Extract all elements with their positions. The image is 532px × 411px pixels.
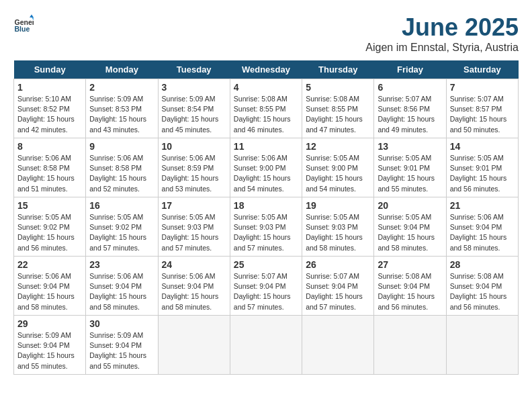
day-number: 19 bbox=[306, 200, 370, 211]
calendar-cell: 12 Sunrise: 5:05 AMSunset: 9:00 PMDaylig… bbox=[302, 138, 374, 197]
day-number: 18 bbox=[234, 200, 298, 211]
weekday-header-thursday: Thursday bbox=[302, 60, 374, 79]
weekday-header-friday: Friday bbox=[374, 60, 446, 79]
day-number: 12 bbox=[306, 141, 370, 152]
calendar-cell: 2 Sunrise: 5:09 AMSunset: 8:53 PMDayligh… bbox=[86, 79, 158, 138]
day-number: 4 bbox=[234, 82, 298, 93]
svg-text:Blue: Blue bbox=[15, 25, 30, 33]
month-title: June 2025 bbox=[365, 13, 519, 42]
location-title: Aigen im Ennstal, Styria, Austria bbox=[365, 42, 519, 54]
calendar-cell: 30 Sunrise: 5:09 AMSunset: 9:04 PMDaylig… bbox=[86, 316, 158, 375]
calendar-cell: 7 Sunrise: 5:07 AMSunset: 8:57 PMDayligh… bbox=[446, 79, 518, 138]
calendar-cell: 14 Sunrise: 5:05 AMSunset: 9:01 PMDaylig… bbox=[446, 138, 518, 197]
calendar-cell: 25 Sunrise: 5:07 AMSunset: 9:04 PMDaylig… bbox=[230, 257, 302, 316]
calendar-cell: 17 Sunrise: 5:05 AMSunset: 9:03 PMDaylig… bbox=[158, 197, 230, 257]
day-info: Sunrise: 5:05 AMSunset: 9:03 PMDaylight:… bbox=[162, 212, 226, 253]
day-number: 11 bbox=[234, 141, 298, 152]
day-number: 22 bbox=[17, 259, 82, 270]
day-info: Sunrise: 5:09 AMSunset: 9:04 PMDaylight:… bbox=[17, 330, 82, 371]
day-info: Sunrise: 5:06 AMSunset: 8:58 PMDaylight:… bbox=[17, 153, 82, 194]
calendar-cell: 28 Sunrise: 5:08 AMSunset: 9:04 PMDaylig… bbox=[446, 257, 518, 316]
calendar-cell: 9 Sunrise: 5:06 AMSunset: 8:58 PMDayligh… bbox=[86, 138, 158, 197]
day-number: 14 bbox=[450, 141, 515, 152]
calendar-cell: 13 Sunrise: 5:05 AMSunset: 9:01 PMDaylig… bbox=[374, 138, 446, 197]
day-info: Sunrise: 5:07 AMSunset: 8:57 PMDaylight:… bbox=[450, 94, 515, 135]
logo-icon: General Blue bbox=[13, 13, 34, 34]
weekday-header-sunday: Sunday bbox=[14, 60, 86, 79]
day-number: 15 bbox=[17, 200, 82, 211]
calendar-cell: 8 Sunrise: 5:06 AMSunset: 8:58 PMDayligh… bbox=[14, 138, 86, 197]
day-number: 9 bbox=[89, 141, 154, 152]
calendar-cell: 20 Sunrise: 5:05 AMSunset: 9:04 PMDaylig… bbox=[374, 197, 446, 257]
calendar-cell: 15 Sunrise: 5:05 AMSunset: 9:02 PMDaylig… bbox=[14, 197, 86, 257]
calendar-cell: 6 Sunrise: 5:07 AMSunset: 8:56 PMDayligh… bbox=[374, 79, 446, 138]
calendar-week-4: 22 Sunrise: 5:06 AMSunset: 9:04 PMDaylig… bbox=[14, 257, 519, 316]
day-info: Sunrise: 5:09 AMSunset: 8:54 PMDaylight:… bbox=[162, 94, 226, 135]
day-info: Sunrise: 5:06 AMSunset: 9:04 PMDaylight:… bbox=[17, 271, 82, 312]
calendar-cell: 10 Sunrise: 5:06 AMSunset: 8:59 PMDaylig… bbox=[158, 138, 230, 197]
day-info: Sunrise: 5:08 AMSunset: 9:04 PMDaylight:… bbox=[450, 271, 515, 312]
day-info: Sunrise: 5:05 AMSunset: 9:01 PMDaylight:… bbox=[450, 153, 515, 194]
calendar-cell bbox=[302, 316, 374, 375]
calendar-week-2: 8 Sunrise: 5:06 AMSunset: 8:58 PMDayligh… bbox=[14, 138, 519, 197]
day-info: Sunrise: 5:10 AMSunset: 8:52 PMDaylight:… bbox=[17, 94, 82, 135]
calendar-cell: 26 Sunrise: 5:07 AMSunset: 9:04 PMDaylig… bbox=[302, 257, 374, 316]
day-info: Sunrise: 5:07 AMSunset: 8:56 PMDaylight:… bbox=[378, 94, 442, 135]
weekday-header-saturday: Saturday bbox=[446, 60, 518, 79]
calendar-cell: 5 Sunrise: 5:08 AMSunset: 8:55 PMDayligh… bbox=[302, 79, 374, 138]
calendar-cell: 1 Sunrise: 5:10 AMSunset: 8:52 PMDayligh… bbox=[14, 79, 86, 138]
svg-marker-2 bbox=[30, 15, 34, 18]
calendar-cell: 23 Sunrise: 5:06 AMSunset: 9:04 PMDaylig… bbox=[86, 257, 158, 316]
calendar-cell: 3 Sunrise: 5:09 AMSunset: 8:54 PMDayligh… bbox=[158, 79, 230, 138]
day-info: Sunrise: 5:08 AMSunset: 8:55 PMDaylight:… bbox=[234, 94, 298, 135]
day-number: 16 bbox=[89, 200, 154, 211]
calendar-cell: 21 Sunrise: 5:06 AMSunset: 9:04 PMDaylig… bbox=[446, 197, 518, 257]
day-info: Sunrise: 5:05 AMSunset: 9:03 PMDaylight:… bbox=[234, 212, 298, 253]
day-number: 13 bbox=[378, 141, 442, 152]
day-info: Sunrise: 5:07 AMSunset: 9:04 PMDaylight:… bbox=[306, 271, 370, 312]
calendar-cell: 29 Sunrise: 5:09 AMSunset: 9:04 PMDaylig… bbox=[14, 316, 86, 375]
day-info: Sunrise: 5:06 AMSunset: 9:00 PMDaylight:… bbox=[234, 153, 298, 194]
weekday-header-row: SundayMondayTuesdayWednesdayThursdayFrid… bbox=[14, 60, 519, 79]
logo: General Blue bbox=[13, 13, 34, 34]
calendar-cell: 16 Sunrise: 5:05 AMSunset: 9:02 PMDaylig… bbox=[86, 197, 158, 257]
day-number: 2 bbox=[89, 82, 154, 93]
day-number: 23 bbox=[89, 259, 154, 270]
calendar-cell bbox=[374, 316, 446, 375]
day-number: 24 bbox=[162, 259, 226, 270]
day-info: Sunrise: 5:08 AMSunset: 9:04 PMDaylight:… bbox=[378, 271, 442, 312]
calendar-cell: 27 Sunrise: 5:08 AMSunset: 9:04 PMDaylig… bbox=[374, 257, 446, 316]
day-number: 30 bbox=[89, 318, 154, 329]
day-info: Sunrise: 5:07 AMSunset: 9:04 PMDaylight:… bbox=[234, 271, 298, 312]
day-number: 26 bbox=[306, 259, 370, 270]
day-info: Sunrise: 5:05 AMSunset: 9:01 PMDaylight:… bbox=[378, 153, 442, 194]
day-info: Sunrise: 5:05 AMSunset: 9:02 PMDaylight:… bbox=[89, 212, 154, 253]
calendar-cell: 4 Sunrise: 5:08 AMSunset: 8:55 PMDayligh… bbox=[230, 79, 302, 138]
title-section: June 2025 Aigen im Ennstal, Styria, Aust… bbox=[365, 13, 519, 54]
day-info: Sunrise: 5:08 AMSunset: 8:55 PMDaylight:… bbox=[306, 94, 370, 135]
day-number: 17 bbox=[162, 200, 226, 211]
calendar-cell: 24 Sunrise: 5:06 AMSunset: 9:04 PMDaylig… bbox=[158, 257, 230, 316]
day-info: Sunrise: 5:05 AMSunset: 9:00 PMDaylight:… bbox=[306, 153, 370, 194]
calendar-table: SundayMondayTuesdayWednesdayThursdayFrid… bbox=[13, 60, 519, 375]
day-number: 7 bbox=[450, 82, 515, 93]
day-info: Sunrise: 5:05 AMSunset: 9:04 PMDaylight:… bbox=[378, 212, 442, 253]
day-number: 8 bbox=[17, 141, 82, 152]
calendar-week-3: 15 Sunrise: 5:05 AMSunset: 9:02 PMDaylig… bbox=[14, 197, 519, 257]
day-number: 10 bbox=[162, 141, 226, 152]
calendar-cell: 18 Sunrise: 5:05 AMSunset: 9:03 PMDaylig… bbox=[230, 197, 302, 257]
day-number: 20 bbox=[378, 200, 442, 211]
day-number: 21 bbox=[450, 200, 515, 211]
day-info: Sunrise: 5:06 AMSunset: 8:59 PMDaylight:… bbox=[162, 153, 226, 194]
day-number: 5 bbox=[306, 82, 370, 93]
day-info: Sunrise: 5:05 AMSunset: 9:03 PMDaylight:… bbox=[306, 212, 370, 253]
day-number: 27 bbox=[378, 259, 442, 270]
header: General Blue June 2025 Aigen im Ennstal,… bbox=[13, 13, 519, 54]
calendar-week-5: 29 Sunrise: 5:09 AMSunset: 9:04 PMDaylig… bbox=[14, 316, 519, 375]
calendar-cell: 22 Sunrise: 5:06 AMSunset: 9:04 PMDaylig… bbox=[14, 257, 86, 316]
weekday-header-wednesday: Wednesday bbox=[230, 60, 302, 79]
weekday-header-tuesday: Tuesday bbox=[158, 60, 230, 79]
calendar-cell: 19 Sunrise: 5:05 AMSunset: 9:03 PMDaylig… bbox=[302, 197, 374, 257]
calendar-cell bbox=[158, 316, 230, 375]
day-number: 3 bbox=[162, 82, 226, 93]
